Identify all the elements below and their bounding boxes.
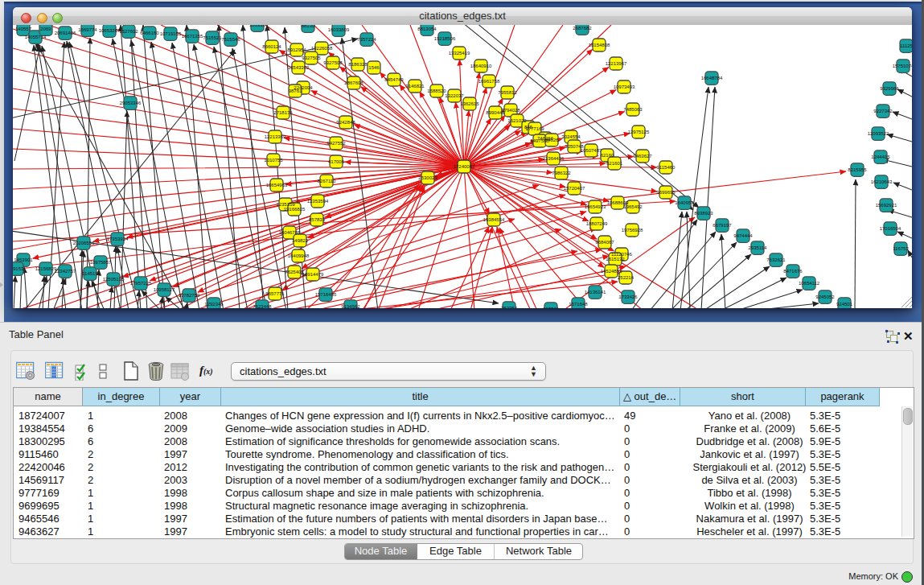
- svg-text:8454749: 8454749: [384, 77, 404, 82]
- svg-text:762354: 762354: [501, 306, 518, 308]
- svg-text:1571648: 1571648: [569, 302, 588, 307]
- svg-text:19218506: 19218506: [434, 36, 456, 41]
- svg-text:149822: 149822: [292, 238, 309, 243]
- svg-text:16648784: 16648784: [701, 76, 723, 80]
- svg-text:8471676: 8471676: [783, 269, 803, 274]
- svg-text:10975857: 10975857: [90, 260, 112, 265]
- svg-text:8938923: 8938923: [694, 211, 713, 216]
- svg-text:9777169: 9777169: [525, 126, 544, 131]
- svg-text:6679197: 6679197: [713, 223, 732, 228]
- svg-text:16033809: 16033809: [328, 27, 350, 32]
- svg-text:8186328: 8186328: [348, 62, 368, 67]
- svg-text:16914479: 16914479: [302, 272, 324, 277]
- svg-text:1733426: 1733426: [618, 295, 638, 299]
- svg-text:417006: 417006: [328, 159, 345, 164]
- svg-text:10958127: 10958127: [154, 287, 175, 292]
- svg-text:16961758: 16961758: [478, 79, 500, 84]
- svg-text:9245052: 9245052: [815, 295, 835, 299]
- svg-text:9227342: 9227342: [873, 109, 893, 113]
- svg-text:1453901: 1453901: [14, 257, 33, 262]
- svg-text:15751074: 15751074: [893, 64, 912, 68]
- svg-text:17957225: 17957225: [130, 281, 152, 286]
- svg-text:10719155: 10719155: [160, 31, 182, 36]
- svg-text:163341: 163341: [543, 307, 560, 308]
- svg-text:857833: 857833: [309, 217, 326, 222]
- svg-text:19384554: 19384554: [483, 217, 505, 222]
- svg-text:15692921: 15692921: [876, 203, 897, 208]
- svg-text:114519: 114519: [82, 271, 98, 276]
- svg-text:7955812: 7955812: [498, 90, 517, 95]
- svg-text:1965492: 1965492: [623, 204, 643, 209]
- svg-text:9242848: 9242848: [336, 120, 355, 125]
- svg-text:10653267: 10653267: [99, 28, 121, 33]
- svg-text:7515521: 7515521: [203, 35, 222, 40]
- svg-text:6466160: 6466160: [140, 31, 159, 35]
- svg-text:14055714: 14055714: [25, 35, 47, 39]
- svg-text:12213967: 12213967: [606, 61, 627, 66]
- svg-text:20691406: 20691406: [55, 31, 76, 35]
- svg-text:7357224: 7357224: [357, 37, 376, 42]
- svg-text:18640910: 18640910: [470, 64, 492, 68]
- svg-text:17016504: 17016504: [880, 226, 901, 231]
- svg-text:12093522: 12093522: [868, 131, 889, 136]
- svg-text:140557: 140557: [15, 27, 32, 31]
- svg-text:29053346: 29053346: [120, 101, 142, 105]
- svg-text:9699695: 9699695: [656, 190, 676, 195]
- svg-text:14136141: 14136141: [585, 290, 606, 295]
- svg-text:17353924: 17353924: [107, 237, 129, 241]
- svg-text:160338: 160338: [249, 25, 266, 27]
- svg-text:9794028: 9794028: [501, 108, 520, 113]
- svg-text:3024554: 3024554: [561, 134, 581, 139]
- svg-text:16671355: 16671355: [182, 34, 203, 39]
- svg-text:2867608: 2867608: [344, 80, 363, 85]
- svg-text:10973493: 10973493: [614, 84, 635, 89]
- svg-text:8912954: 8912954: [287, 47, 306, 52]
- svg-text:10782759: 10782759: [179, 293, 200, 298]
- svg-text:12342757: 12342757: [55, 269, 76, 274]
- svg-text:15720407: 15720407: [564, 186, 585, 191]
- svg-text:8267110: 8267110: [318, 179, 337, 183]
- svg-text:1322037: 1322037: [445, 93, 464, 98]
- svg-text:9115460: 9115460: [657, 165, 676, 170]
- svg-text:924501: 924501: [836, 302, 853, 307]
- svg-text:16210643: 16210643: [871, 179, 893, 184]
- svg-text:8813054: 8813054: [417, 27, 437, 31]
- svg-text:7485063: 7485063: [623, 107, 643, 112]
- svg-text:98761: 98761: [289, 89, 302, 93]
- svg-text:74626: 74626: [545, 138, 559, 142]
- svg-text:10654112: 10654112: [799, 281, 820, 286]
- svg-text:1546: 1546: [368, 65, 380, 70]
- svg-text:17240067: 17240067: [454, 164, 475, 169]
- svg-text:1010755: 1010755: [264, 158, 283, 163]
- svg-text:1362615: 1362615: [460, 101, 479, 106]
- svg-text:12505135: 12505135: [103, 277, 125, 282]
- svg-text:10654963: 10654963: [266, 183, 288, 187]
- svg-text:1292346: 1292346: [204, 302, 224, 307]
- svg-text:11125: 11125: [900, 43, 912, 48]
- svg-text:116753: 116753: [893, 246, 909, 251]
- svg-text:8660124: 8660124: [262, 44, 281, 49]
- svg-text:2069: 2069: [40, 27, 51, 31]
- svg-text:9327508: 9327508: [323, 60, 343, 65]
- svg-text:15716485: 15716485: [315, 292, 337, 297]
- svg-text:1615132: 1615132: [606, 257, 625, 262]
- svg-text:9657771: 9657771: [265, 291, 285, 296]
- svg-text:9327505: 9327505: [302, 56, 321, 60]
- svg-text:252214: 252214: [618, 275, 634, 280]
- svg-text:1621022: 1621022: [507, 118, 527, 123]
- svg-text:88130: 88130: [302, 25, 315, 28]
- svg-text:2718176: 2718176: [273, 110, 293, 115]
- svg-text:19166825: 19166825: [284, 207, 306, 212]
- svg-text:1640953: 1640953: [675, 200, 694, 205]
- svg-text:7632621: 7632621: [766, 257, 786, 262]
- svg-text:1669774: 1669774: [78, 27, 97, 32]
- svg-text:9427552: 9427552: [326, 141, 346, 146]
- svg-text:18807249: 18807249: [586, 221, 608, 226]
- svg-text:7515546: 7515546: [221, 37, 240, 42]
- svg-text:20206556: 20206556: [73, 241, 95, 245]
- svg-text:13226058: 13226058: [311, 46, 333, 51]
- svg-text:2530023: 2530023: [418, 175, 437, 180]
- svg-text:9329966: 9329966: [880, 86, 899, 91]
- svg-text:9146821: 9146821: [405, 84, 425, 89]
- svg-text:2687682: 2687682: [573, 26, 592, 31]
